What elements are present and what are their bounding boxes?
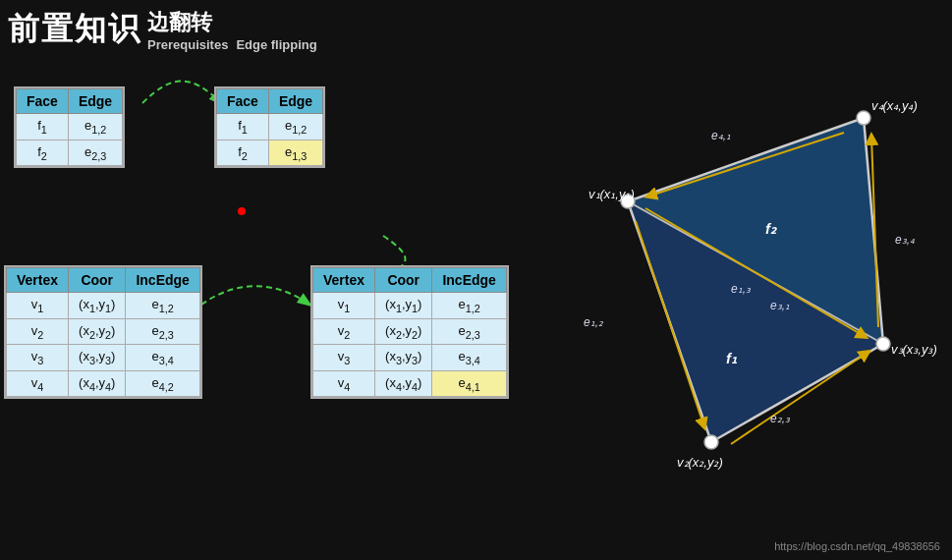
col-face-left: Face <box>17 89 69 114</box>
vertex-v4-dot <box>857 111 870 125</box>
e12-label: e₁,₂ <box>584 315 604 329</box>
face-right-r2: f2 <box>217 140 269 166</box>
incedge-highlight: e4,1 <box>432 370 506 397</box>
table-row: f2 e1,3 <box>217 140 323 166</box>
table-row: v2 (x2,y2) e2,3 <box>7 318 200 345</box>
face-right-r1: f1 <box>217 114 269 140</box>
edge-flip-en: Edge flipping <box>236 37 316 52</box>
edge-right-r1: e1,2 <box>268 114 322 140</box>
table-row: v3 (x3,y3) e3,4 <box>313 345 507 371</box>
vertex-v3-dot <box>876 337 890 351</box>
f1-label: f₁ <box>726 350 738 366</box>
table-face-edge-right: Face Edge f1 e1,2 f2 e1,3 <box>214 86 325 168</box>
table-row: v2 (x2,y2) e2,3 <box>313 318 507 345</box>
title-area: 前置知识 边翻转 Prerequisites Edge flipping <box>8 8 317 52</box>
col-edge-left: Edge <box>68 89 122 114</box>
col-incedge-left: IncEdge <box>126 268 199 293</box>
url-text: https://blog.csdn.net/qq_49838656 <box>774 540 940 552</box>
v3-label: v₃(x₃,y₃) <box>891 342 937 357</box>
col-vertex-left: Vertex <box>7 268 69 293</box>
prereq-label: Prerequisites <box>147 37 228 52</box>
table-row: f2 e2,3 <box>17 140 123 166</box>
v2-label: v₂(x₂,y₂) <box>677 455 723 470</box>
e34-label: e₃,₄ <box>895 233 915 247</box>
edge-left-r1: e1,2 <box>68 114 122 140</box>
e31-label: e₃,₁ <box>770 299 790 312</box>
v1-label: v₁(x₁,y₁) <box>588 187 635 201</box>
v4-label: v₄(x₄,y₄) <box>871 98 918 113</box>
edge-left-r2: e2,3 <box>68 140 122 166</box>
col-coor-left: Coor <box>69 268 126 293</box>
col-incedge-right: IncEdge <box>432 268 506 293</box>
e13-label: e₁,₃ <box>731 282 752 296</box>
edge-right-r2-highlight: e1,3 <box>268 140 322 166</box>
vertex-v2-dot <box>704 435 718 449</box>
col-coor-right: Coor <box>375 268 432 293</box>
table-row: v4 (x4,y4) e4,2 <box>7 370 200 397</box>
title-chinese: 前置知识 <box>8 8 141 51</box>
e23-label: e₂,₃ <box>770 412 791 425</box>
col-vertex-right: Vertex <box>313 268 375 293</box>
table-row: v3 (x3,y3) e3,4 <box>7 345 200 371</box>
table-row: f1 e1,2 <box>17 114 123 140</box>
geometry-diagram: v₁(x₁,y₁) v₂(x₂,y₂) v₃(x₃,y₃) v₄(x₄,y₄) … <box>530 59 942 521</box>
table-row: v1 (x1,y1) e1,2 <box>7 293 200 319</box>
col-face-right: Face <box>217 89 269 114</box>
face-left-r2: f2 <box>17 140 69 166</box>
face-left-r1: f1 <box>17 114 69 140</box>
col-edge-right: Edge <box>268 89 322 114</box>
table-vertex-right: Vertex Coor IncEdge v1 (x1,y1) e1,2 v2 (… <box>310 265 509 399</box>
table-vertex-left: Vertex Coor IncEdge v1 (x1,y1) e1,2 v2 (… <box>4 265 202 399</box>
e41-label: e₄,₁ <box>711 129 731 142</box>
table-row: v4 (x4,y4) e4,1 <box>313 370 507 397</box>
title-edge-flip: 边翻转 <box>147 8 212 37</box>
red-dot <box>238 207 246 215</box>
title-sub: 边翻转 Prerequisites Edge flipping <box>147 8 317 52</box>
table-row: f1 e1,2 <box>217 114 323 140</box>
table-face-edge-left: Face Edge f1 e1,2 f2 e2,3 <box>14 86 125 168</box>
table-row: v1 (x1,y1) e1,2 <box>313 293 507 319</box>
